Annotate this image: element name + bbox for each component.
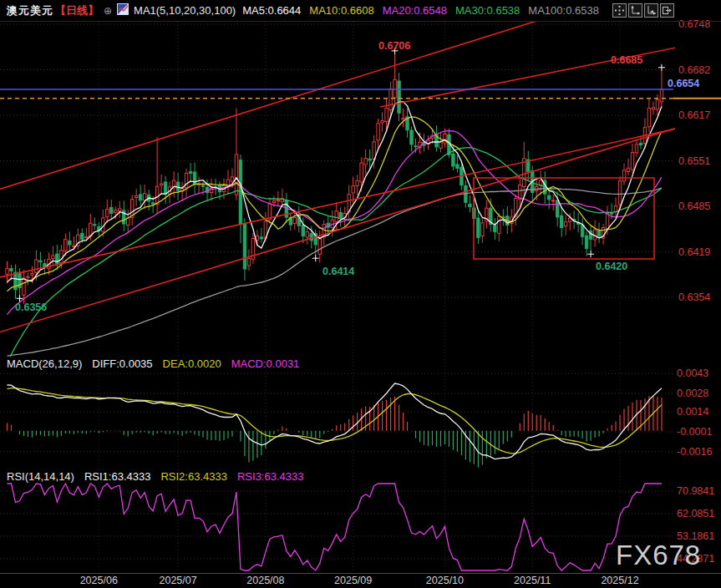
chart-toolbar: [612, 3, 674, 18]
macd-dea-value: DEA:0.0020: [163, 357, 221, 370]
ma10-value: MA10:0.6608: [309, 4, 373, 17]
trend-line: [0, 119, 721, 278]
scale-y-axis-icon[interactable]: [628, 3, 642, 18]
price-axis-label: 0.6485: [678, 200, 710, 212]
macd-axis-label: -0.0016: [677, 446, 712, 458]
move-icon[interactable]: [612, 3, 627, 18]
symbol-title: 澳元美元: [7, 3, 53, 18]
ma100-value: MA100:0.6538: [528, 4, 599, 17]
price-axis-label: 0.6354: [678, 291, 710, 303]
ma20-value: MA20:0.6548: [383, 4, 447, 17]
rsi-params-label: RSI(14,14,14): [7, 470, 74, 483]
price-axis-label: 0.6682: [678, 64, 710, 76]
macd-axis-label: -0.0001: [677, 426, 712, 438]
ma20-line: [8, 131, 662, 315]
price-axis-label: 0.6617: [678, 109, 710, 121]
macd-macd-value: MACD:0.0031: [231, 357, 300, 370]
trend-line: [380, 38, 721, 107]
ma30-value: MA30:0.6538: [455, 4, 520, 17]
rsi2-value: RSI2:63.4333: [160, 470, 227, 483]
candlestick-pane: [0, 18, 721, 363]
current-price-label: 0.6654: [668, 78, 699, 89]
macd-axis-label: 0.0028: [677, 388, 708, 399]
date-axis-label: 2025/07: [149, 575, 207, 586]
date-axis-label: 2025/08: [236, 575, 295, 586]
date-axis-label: 2025/06: [69, 575, 128, 586]
extreme-price-label: 0.6685: [611, 54, 642, 66]
trading-chart-window: 0.67480.66820.66170.65510.64850.64190.63…: [0, 0, 721, 588]
rsi3-value: RSI3:63.4333: [237, 470, 304, 483]
macd-pane: [8, 383, 662, 468]
macd-params-label: MACD(26,12,9): [7, 357, 82, 370]
add-instrument-icon[interactable]: ⊕: [104, 5, 112, 17]
rsi-line: [8, 484, 662, 570]
extreme-price-label: 0.6356: [15, 302, 47, 313]
rsi-axis-label: 70.9841: [677, 485, 714, 497]
time-axis: 2025/062025/072025/082025/092025/102025/…: [0, 575, 721, 588]
rsi1-value: RSI1:63.4333: [84, 470, 151, 483]
fx678-watermark: FX678: [616, 540, 701, 570]
extreme-cross-marker: [312, 255, 319, 261]
extreme-price-label: 0.6420: [596, 261, 627, 272]
ma5-value: MA5:0.6644: [242, 4, 301, 17]
trend-line: [0, 114, 721, 333]
rsi-axis-label: 62.0851: [677, 508, 714, 520]
price-axis-label: 0.6419: [678, 246, 710, 258]
extreme-price-label: 0.6706: [378, 40, 410, 52]
date-axis-label: 2025/12: [591, 575, 649, 586]
chart-type-icon[interactable]: [117, 3, 129, 18]
extreme-cross-marker: [658, 64, 665, 71]
macd-diff-value: DIFF:0.0035: [92, 357, 152, 370]
rsi-header: RSI(14,14,14) RSI1:63.4333 RSI2:63.4333 …: [0, 470, 313, 483]
date-axis-label: 2025/09: [324, 575, 383, 586]
diff-line: [8, 383, 662, 459]
macd-axis-label: 0.0014: [677, 406, 708, 418]
ma5-line: [8, 102, 662, 282]
scale-x-axis-icon[interactable]: [644, 3, 658, 18]
chart-canvas[interactable]: 0.67480.66820.66170.65510.64850.64190.63…: [0, 0, 721, 588]
macd-header: MACD(26,12,9) DIFF:0.0035 DEA:0.0020 MAC…: [0, 357, 309, 370]
pan-right-icon[interactable]: [660, 3, 674, 18]
date-axis-label: 2025/11: [503, 575, 561, 586]
trend-line: [0, 18, 545, 190]
macd-axis-label: 0.0043: [677, 368, 708, 379]
extreme-price-label: 0.6414: [322, 266, 354, 277]
date-axis-label: 2025/10: [415, 575, 474, 586]
period-label: 【日线】: [55, 3, 99, 18]
ma30-line: [8, 148, 662, 363]
ma-settings-label: MA1(5,10,20,30,100): [134, 4, 236, 17]
price-axis-label: 0.6551: [678, 155, 710, 167]
rsi-pane: [8, 484, 662, 570]
